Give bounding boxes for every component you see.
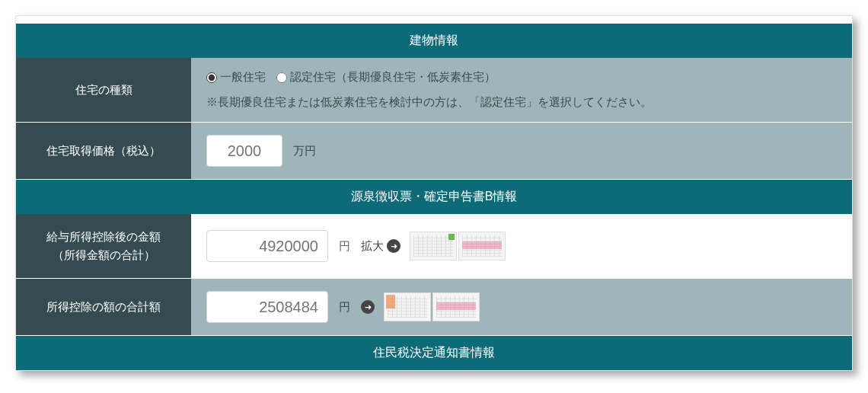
content-deduction: 円 ➜ bbox=[191, 279, 852, 335]
row-house-type: 住宅の種類 一般住宅 認定住宅（長期優良住宅・低炭素住宅） ※長期優良住宅または… bbox=[16, 58, 852, 123]
expand-label: 拡大 bbox=[361, 239, 384, 254]
section-header-tax: 源泉徴収票・確定申告書B情報 bbox=[16, 180, 852, 214]
section-header-building: 建物情報 bbox=[16, 24, 852, 58]
arrow-right-icon: ➜ bbox=[387, 239, 400, 253]
thumbnail-group-deduction bbox=[384, 292, 480, 321]
form-container: 建物情報 住宅の種類 一般住宅 認定住宅（長期優良住宅・低炭素住宅） ※長期優良… bbox=[15, 15, 853, 371]
label-income-line1: 給与所得控除後の金額 bbox=[46, 228, 161, 246]
label-income: 給与所得控除後の金額 （所得金額の合計） bbox=[16, 214, 191, 278]
row-deduction: 所得控除の額の合計額 円 ➜ bbox=[16, 279, 852, 336]
thumbnail-form-icon[interactable] bbox=[410, 232, 457, 260]
content-house-type: 一般住宅 認定住宅（長期優良住宅・低炭素住宅） ※長期優良住宅または低炭素住宅を… bbox=[191, 58, 852, 122]
label-income-line2: （所得金額の合計） bbox=[53, 246, 155, 264]
deduction-unit: 円 bbox=[339, 300, 350, 315]
thumbnail-group-income bbox=[410, 232, 506, 260]
label-house-type: 住宅の種類 bbox=[16, 58, 191, 122]
thumbnail-form-icon[interactable] bbox=[432, 292, 480, 321]
thumbnail-form-icon[interactable] bbox=[384, 292, 431, 321]
house-type-radio-group: 一般住宅 認定住宅（長期優良住宅・低炭素住宅） bbox=[206, 70, 837, 85]
house-type-note: ※長期優良住宅または低炭素住宅を検討中の方は、「認定住宅」を選択してください。 bbox=[206, 95, 837, 110]
expand-button[interactable]: 拡大 ➜ bbox=[361, 239, 400, 254]
section-header-resident-tax: 住民税決定通知書情報 bbox=[16, 336, 852, 370]
deduction-input[interactable] bbox=[206, 291, 328, 323]
radio-general-input[interactable] bbox=[206, 72, 217, 83]
content-price: 万円 bbox=[191, 123, 852, 179]
row-price: 住宅取得価格（税込） 万円 bbox=[16, 123, 852, 180]
radio-certified-label: 認定住宅（長期優良住宅・低炭素住宅） bbox=[290, 70, 496, 85]
radio-option-general[interactable]: 一般住宅 bbox=[206, 70, 266, 85]
price-input[interactable] bbox=[206, 135, 282, 167]
content-income: 円 拡大 ➜ bbox=[191, 214, 852, 278]
label-deduction: 所得控除の額の合計額 bbox=[16, 279, 191, 335]
income-unit: 円 bbox=[339, 239, 350, 254]
price-unit: 万円 bbox=[293, 144, 316, 158]
radio-general-label: 一般住宅 bbox=[220, 70, 266, 85]
income-input[interactable] bbox=[206, 230, 328, 262]
radio-certified-input[interactable] bbox=[276, 72, 287, 83]
thumbnail-form-icon[interactable] bbox=[458, 232, 506, 260]
radio-option-certified[interactable]: 認定住宅（長期優良住宅・低炭素住宅） bbox=[276, 70, 496, 85]
row-income: 給与所得控除後の金額 （所得金額の合計） 円 拡大 ➜ bbox=[16, 214, 852, 279]
label-price: 住宅取得価格（税込） bbox=[16, 123, 191, 179]
arrow-right-icon[interactable]: ➜ bbox=[361, 300, 375, 314]
